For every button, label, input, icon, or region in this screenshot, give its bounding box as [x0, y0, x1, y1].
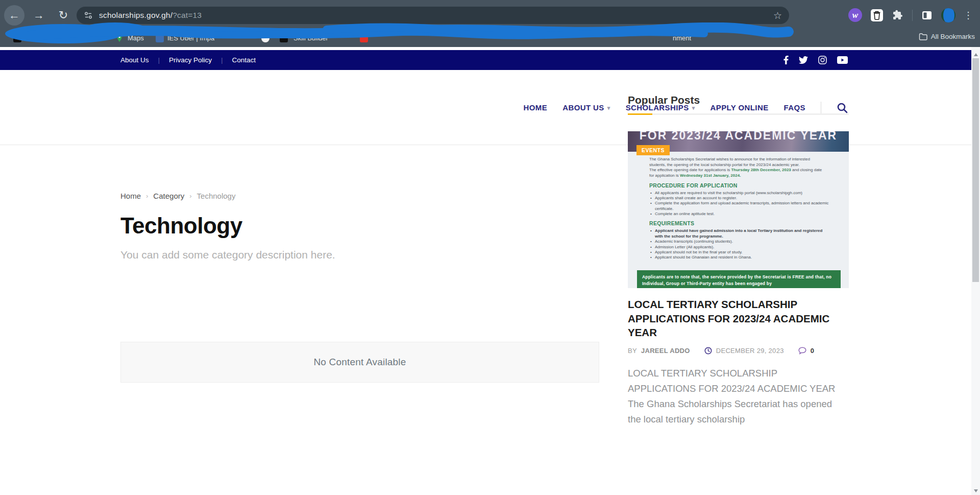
- topbar-link-privacy-policy[interactable]: Privacy Policy: [169, 56, 212, 64]
- post-date: DECEMBER 29, 2023: [716, 347, 784, 355]
- topbar-separator: |: [158, 56, 160, 64]
- trash-extension-icon[interactable]: [870, 9, 884, 22]
- browser-window: ← → ↻ scholarships.gov.gh/?cat=13 ☆ w: [0, 0, 980, 495]
- scroll-up-arrow[interactable]: [971, 50, 980, 59]
- site-topbar: About Us | Privacy Policy | Contact: [0, 50, 971, 70]
- profile-avatar[interactable]: [941, 8, 955, 22]
- requirement-item: Applicant should not be in the final yea…: [649, 250, 829, 255]
- post-meta: BY JAREEL ADDO DECEMBER 29, 2023 0: [628, 347, 849, 355]
- bookmark-item[interactable]: nment: [673, 34, 691, 42]
- bookmarks-bar: Tube Maps IES Uber | Impa Skill Builder …: [0, 30, 980, 47]
- comment-count[interactable]: 0: [811, 347, 815, 355]
- page-title: Technology: [120, 213, 242, 239]
- nav-item-about-us[interactable]: ABOUT US▾: [562, 103, 610, 112]
- address-bar[interactable]: scholarships.gov.gh/?cat=13 ☆: [77, 7, 789, 24]
- comment-icon: [798, 347, 806, 355]
- topbar-link-about-us[interactable]: About Us: [120, 56, 149, 64]
- requirement-item: Applicant should have gained admission i…: [649, 228, 829, 239]
- popular-posts-heading: Popular Posts: [628, 94, 849, 106]
- post-thumbnail[interactable]: FOR 2023/24 ACADEMIC YEAR EVENTS The Gha…: [628, 131, 849, 288]
- twitter-icon[interactable]: [799, 56, 808, 64]
- procedure-heading: PROCEDURE FOR APPLICATION: [649, 182, 841, 188]
- bookmark-favicon[interactable]: [156, 34, 164, 42]
- maps-pin-icon[interactable]: [115, 34, 124, 42]
- bookmark-item[interactable]: Maps: [128, 34, 144, 42]
- bookmark-star-icon[interactable]: ☆: [773, 10, 782, 21]
- thumbnail-intro: The Ghana Scholarships Secretariat wishe…: [649, 157, 825, 168]
- breadcrumb-home[interactable]: Home: [120, 192, 141, 200]
- scrollbar-thumb[interactable]: [972, 58, 979, 282]
- procedure-item: Applicants shall create an account to re…: [649, 196, 829, 201]
- bookmark-favicon[interactable]: [360, 34, 368, 42]
- procedure-item: Complete the application form and upload…: [649, 201, 829, 211]
- youtube-icon[interactable]: [837, 56, 848, 64]
- page-scrollbar[interactable]: [971, 47, 980, 495]
- requirements-list: Applicant should have gained admission i…: [649, 228, 829, 260]
- bookmark-favicon[interactable]: [280, 34, 288, 42]
- breadcrumb-current: Technology: [197, 192, 236, 200]
- clock-icon: [704, 347, 712, 355]
- sidebar: Popular Posts FOR 2023/24 ACADEMIC YEAR …: [628, 94, 849, 427]
- thumbnail-notice-banner: Applicants are to note that, the service…: [637, 270, 841, 288]
- requirement-item: Admission Letter (All applicants).: [649, 245, 829, 250]
- post-excerpt: LOCAL TERTIARY SCHOLARSHIP APPLICATIONS …: [628, 366, 847, 427]
- scroll-down-arrow[interactable]: [971, 486, 980, 495]
- forward-button[interactable]: →: [29, 5, 49, 26]
- bookmark-item[interactable]: Skill Builder: [293, 34, 328, 42]
- post-author[interactable]: JAREEL ADDO: [641, 347, 690, 355]
- url-text: scholarships.gov.gh/?cat=13: [99, 11, 202, 20]
- menu-kebab-icon[interactable]: ⋮: [964, 10, 973, 21]
- post-title[interactable]: LOCAL TERTIARY SCHOLARSHIP APPLICATIONS …: [628, 297, 845, 340]
- browser-chrome: ← → ↻ scholarships.gov.gh/?cat=13 ☆ w: [0, 0, 980, 47]
- folder-icon: [919, 33, 927, 40]
- back-button[interactable]: ←: [4, 5, 24, 26]
- breadcrumb-chevron: ›: [146, 192, 148, 200]
- facebook-icon[interactable]: [783, 56, 789, 64]
- bookmark-item[interactable]: Tube: [83, 34, 98, 42]
- no-content-box: No Content Available: [120, 342, 599, 383]
- requirement-item: Applicant should be Ghanaian and residen…: [649, 255, 829, 260]
- chevron-down-icon: ▾: [607, 105, 610, 111]
- toolbar-separator: [912, 10, 913, 21]
- breadcrumb-chevron: ›: [189, 192, 191, 200]
- procedure-item: Complete an online aptitude test.: [649, 211, 829, 217]
- breadcrumb: Home › Category › Technology: [120, 192, 235, 200]
- site-info-icon[interactable]: [84, 11, 93, 20]
- procedure-item: All applicants are required to visit the…: [649, 191, 829, 196]
- topbar-link-contact[interactable]: Contact: [232, 56, 256, 64]
- bookmark-item[interactable]: IES Uber | Impa: [167, 34, 214, 42]
- procedure-list: All applicants are required to visit the…: [649, 191, 829, 217]
- all-bookmarks-button[interactable]: All Bookmarks: [919, 33, 975, 40]
- category-badge[interactable]: EVENTS: [636, 145, 670, 155]
- reload-button[interactable]: ↻: [53, 5, 74, 26]
- extensions-puzzle-icon[interactable]: [892, 9, 904, 21]
- requirements-heading: REQUIREMENTS: [649, 220, 841, 226]
- instagram-icon[interactable]: [818, 56, 827, 64]
- bookmark-favicon[interactable]: [261, 34, 270, 42]
- page-viewport: About Us | Privacy Policy | Contact: [0, 47, 971, 495]
- breadcrumb-category[interactable]: Category: [153, 192, 184, 200]
- thumbnail-banner-text: FOR 2023/24 ACADEMIC YEAR: [628, 131, 849, 143]
- browser-toolbar: ← → ↻ scholarships.gov.gh/?cat=13 ☆ w: [0, 0, 980, 30]
- topbar-separator: |: [221, 56, 223, 64]
- requirement-item: Academic transcripts (continuing student…: [649, 239, 829, 244]
- side-panel-icon[interactable]: [921, 9, 933, 21]
- extension-w-icon[interactable]: w: [848, 8, 862, 22]
- category-description: You can add some category description he…: [120, 249, 335, 261]
- thumbnail-dates: The effective opening date for applicati…: [649, 168, 825, 178]
- bookmark-favicon[interactable]: [13, 34, 21, 42]
- heading-divider: [628, 113, 849, 115]
- all-bookmarks-label: All Bookmarks: [931, 33, 975, 40]
- no-content-message: No Content Available: [313, 357, 406, 368]
- thumbnail-body: The Ghana Scholarships Secretariat wishe…: [649, 157, 841, 261]
- nav-item-home[interactable]: HOME: [524, 103, 548, 112]
- avatar-redaction: [943, 8, 954, 22]
- by-label: BY: [628, 347, 637, 355]
